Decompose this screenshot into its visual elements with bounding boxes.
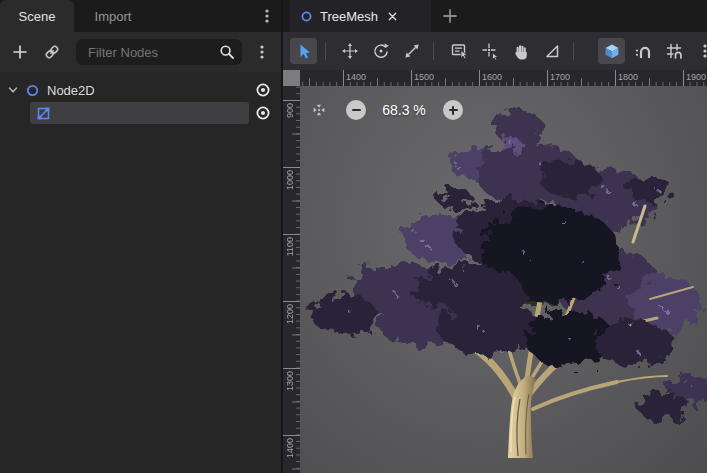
scene-dock: Scene Import [0,0,281,473]
tree-row-node2d[interactable]: Node2D [0,79,281,101]
ruler-tool-button[interactable] [538,38,565,64]
plus-icon [449,106,458,115]
list-select-tool-button[interactable] [445,38,472,64]
scene-dock-toolbar [0,32,281,72]
dock-menu-button[interactable] [259,8,275,24]
move-tool-button[interactable] [336,38,363,64]
center-view-button[interactable] [311,102,327,118]
instance-scene-button[interactable] [40,40,64,64]
eye-icon [254,104,272,122]
main-editor: TreeMesh [283,0,707,473]
pan-tool-button[interactable] [507,38,534,64]
dock-tab-bar: Scene Import [0,0,281,32]
snap-toggle-button[interactable] [598,38,625,64]
ruler-tick-label: 1700 [550,72,570,82]
tree-options-button[interactable] [250,40,274,64]
new-scene-tab-button[interactable] [441,7,459,25]
pivot-icon [481,42,499,60]
magnet-icon [634,42,652,60]
snap-cube-icon [603,42,621,60]
scene-tab-bar: TreeMesh [283,0,707,32]
move-icon [341,42,359,60]
tab-treemesh[interactable]: TreeMesh [290,0,431,32]
link-icon [43,43,61,61]
canvas-viewport[interactable]: 68.3 % [300,86,707,473]
scale-icon [403,42,421,60]
canvas-toolbar [283,32,707,70]
pan-hand-icon [512,42,530,60]
ruler-icon [543,42,561,60]
add-node-button[interactable] [8,40,32,64]
ruler-tick-label: 1800 [618,72,638,82]
selected-row-highlight [30,102,249,124]
grid-snap-icon [665,42,683,60]
smart-snap-button[interactable] [629,38,656,64]
grid-snap-button[interactable] [660,38,687,64]
minus-icon [352,109,361,111]
zoom-in-button[interactable] [443,100,463,120]
scene-tree: Node2D [0,72,281,473]
ruler-tick-label: 1900 [686,72,706,82]
plus-icon [441,7,459,25]
select-tool-button[interactable] [290,38,317,64]
list-select-icon [450,42,468,60]
plus-icon [11,43,29,61]
center-view-icon [311,102,327,118]
search-icon-button[interactable] [218,43,236,65]
zoom-percentage: 68.3 % [372,102,436,118]
ruler-corner [283,70,300,86]
visibility-toggle-tree[interactable] [254,104,272,122]
eye-icon [254,81,272,99]
ruler-tick-label: 900 [285,103,295,118]
ruler-tick-label: 1000 [285,170,295,190]
ruler-tick-label: 1300 [285,371,295,391]
node-name: Node2D [47,83,95,98]
tab-scene-label: Scene [19,9,56,24]
toolbar-separator [573,42,574,60]
horizontal-ruler: 1400 1500 1600 1700 1800 1900 [300,70,707,86]
tab-import[interactable]: Import [74,0,152,32]
expand-toggle[interactable] [6,83,20,97]
mesh-instance-2d-icon [36,106,51,121]
scale-tool-button[interactable] [398,38,425,64]
visibility-toggle-node2d[interactable] [254,81,272,99]
zoom-out-button[interactable] [346,100,366,120]
kebab-menu-icon [259,8,275,24]
toolbar-separator [433,42,434,60]
ruler-tick-label: 1400 [346,72,366,82]
pivot-tool-button[interactable] [476,38,503,64]
snap-options-button[interactable] [691,38,707,64]
vertical-ruler: 900 1000 1100 1200 1300 1400 [283,86,300,473]
close-icon[interactable] [386,10,399,23]
rotate-icon [372,42,390,60]
toolbar-separator [325,42,326,60]
select-arrow-icon [295,42,313,60]
scene-tab-title: TreeMesh [320,9,378,24]
ruler-tick-label: 1400 [285,438,295,458]
ruler-tick-label: 1500 [414,72,434,82]
ruler-tick-label: 1100 [285,237,295,256]
kebab-menu-icon [254,44,270,60]
tree-row-tree[interactable]: tree [0,102,281,124]
viewport-zoom-overlay: 68.3 % [300,86,707,134]
tab-scene[interactable]: Scene [0,0,74,32]
node2d-icon [300,10,313,23]
ruler-tick-label: 1600 [482,72,502,82]
tree-sprite[interactable] [305,104,707,471]
kebab-menu-icon [697,43,707,59]
chevron-down-icon [6,83,20,97]
rotate-tool-button[interactable] [367,38,394,64]
node2d-icon [25,83,40,98]
ruler-tick-label: 1200 [285,304,295,324]
tab-import-label: Import [95,9,132,24]
godot-editor-window: Scene Import [0,0,707,473]
search-icon [218,43,236,61]
